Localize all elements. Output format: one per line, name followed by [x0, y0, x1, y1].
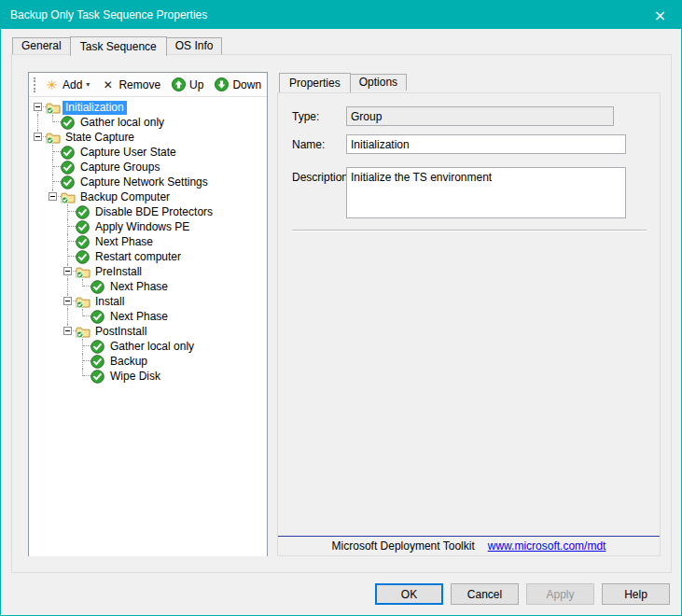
tree-item-label: Apply Windows PE	[92, 220, 192, 234]
name-field[interactable]	[346, 134, 626, 154]
down-button[interactable]: Down	[209, 75, 267, 95]
tree-indent	[46, 294, 61, 309]
tree-expander-icon[interactable]	[63, 267, 72, 275]
tree-indent	[31, 219, 46, 234]
tree-item[interactable]: Backup	[31, 354, 267, 369]
tree-indent	[46, 219, 61, 234]
type-field	[346, 106, 614, 126]
step-check-icon	[61, 160, 77, 175]
tree-item[interactable]: Apply Windows PE	[31, 219, 267, 234]
tree-item-label: Gather local only	[107, 340, 197, 354]
tab-properties[interactable]: Properties	[279, 73, 351, 92]
up-button[interactable]: Up	[166, 75, 209, 95]
tree-indent	[31, 189, 46, 204]
tree-junction	[76, 279, 90, 294]
tree-item-label: Initialization	[63, 101, 127, 115]
tree-expander-icon[interactable]	[63, 327, 72, 335]
tree-item-label: Next Phase	[92, 235, 156, 249]
tree-item-label: Next Phase	[107, 310, 171, 324]
step-check-icon	[61, 115, 77, 130]
remove-button[interactable]: ✕ Remove	[95, 75, 166, 95]
tree-indent	[31, 264, 46, 279]
close-button[interactable]: ×	[639, 1, 681, 29]
tree-item[interactable]: Backup Computer	[31, 189, 267, 204]
group-folder-icon	[46, 100, 63, 115]
tree-junction	[46, 115, 61, 130]
mdt-website-link[interactable]: www.microsoft.com/mdt	[488, 539, 606, 553]
tree-junction	[46, 145, 61, 160]
mdt-footer: Microsoft Deployment Toolkit www.microso…	[278, 536, 660, 555]
tree-item-label: Next Phase	[107, 280, 171, 294]
tree-item-label: Capture Network Settings	[77, 175, 211, 189]
add-dropdown-arrow-icon: ▾	[86, 80, 90, 89]
tree-junction	[46, 175, 61, 189]
tree-expander-icon[interactable]	[63, 297, 72, 305]
help-button[interactable]: Help	[602, 583, 670, 605]
tree-indent	[61, 309, 76, 324]
add-button[interactable]: ✳ Add ▾	[39, 75, 95, 95]
tree-indent	[31, 369, 46, 384]
tree-item[interactable]: Gather local only	[31, 115, 267, 130]
tree-item-label: Disable BDE Protectors	[92, 205, 216, 219]
tree-indent	[31, 309, 46, 324]
tree-item[interactable]: PostInstall	[31, 324, 267, 339]
tree-expander-icon[interactable]	[49, 192, 57, 201]
tree-item[interactable]: State Capture	[31, 130, 267, 145]
tab-general[interactable]: General	[12, 37, 71, 54]
tree-indent	[61, 339, 76, 354]
toolbar-gripper-icon	[34, 77, 35, 92]
tree-item[interactable]: Restart computer	[31, 249, 267, 264]
tree-item[interactable]: Wipe Disk	[31, 369, 267, 384]
tree-item-label: PreInstall	[92, 265, 145, 279]
close-icon: ×	[654, 7, 666, 24]
sequence-editor-panel: ✳ Add ▾ ✕ Remove Up	[28, 72, 268, 556]
step-check-icon	[76, 234, 92, 249]
tree-item[interactable]: Initialization	[31, 100, 267, 115]
dialog-buttons: OK Cancel Apply Help	[1, 583, 670, 605]
tab-options[interactable]: Options	[350, 74, 407, 91]
tree-item[interactable]: Disable BDE Protectors	[31, 204, 267, 219]
tree-item[interactable]: Gather local only	[31, 339, 267, 354]
tree-indent	[31, 339, 46, 354]
tree-indent	[46, 309, 61, 324]
tree-expander-icon[interactable]	[34, 133, 42, 141]
tree-item[interactable]: Next Phase	[31, 309, 267, 324]
tree-junction	[46, 160, 61, 175]
tab-os-info[interactable]: OS Info	[166, 37, 223, 54]
tree-junction	[61, 294, 76, 309]
tree-indent	[31, 160, 46, 175]
tree-indent	[31, 115, 46, 130]
step-check-icon	[90, 369, 107, 384]
remove-x-icon: ✕	[101, 77, 115, 91]
tree-item[interactable]: Next Phase	[31, 234, 267, 249]
tree-item[interactable]: PreInstall	[31, 264, 267, 279]
form-separator	[292, 230, 647, 231]
step-check-icon	[90, 354, 107, 369]
cancel-button[interactable]: Cancel	[451, 583, 519, 605]
step-check-icon	[76, 249, 92, 264]
tree-item[interactable]: Install	[31, 294, 267, 309]
tree-item[interactable]: Next Phase	[31, 279, 267, 294]
sequence-toolbar: ✳ Add ▾ ✕ Remove Up	[29, 73, 267, 97]
tree-item-label: Backup Computer	[77, 190, 173, 204]
tree-junction	[61, 249, 76, 264]
tree-expander-icon[interactable]	[34, 103, 42, 111]
tree-junction	[76, 354, 90, 369]
step-check-icon	[61, 175, 77, 189]
description-field[interactable]: Initialize the TS environment	[346, 167, 626, 218]
tree-item-label: Capture Groups	[77, 161, 162, 175]
tree-item[interactable]: Capture User State	[31, 145, 267, 160]
tree-junction	[61, 264, 76, 279]
group-folder-icon	[76, 264, 92, 279]
tab-task-sequence[interactable]: Task Sequence	[70, 36, 167, 56]
ok-button[interactable]: OK	[375, 583, 443, 605]
tree-indent	[31, 324, 46, 339]
tree-indent	[61, 279, 76, 294]
tree-item[interactable]: Capture Network Settings	[31, 175, 267, 189]
tree-item-label: Wipe Disk	[107, 370, 163, 384]
tree-indent	[46, 354, 61, 369]
properties-page: Type: Name: Description: Initialize the …	[277, 92, 661, 556]
tree-item[interactable]: Capture Groups	[31, 160, 267, 175]
tree-indent	[61, 369, 76, 384]
tree-junction	[61, 234, 76, 249]
